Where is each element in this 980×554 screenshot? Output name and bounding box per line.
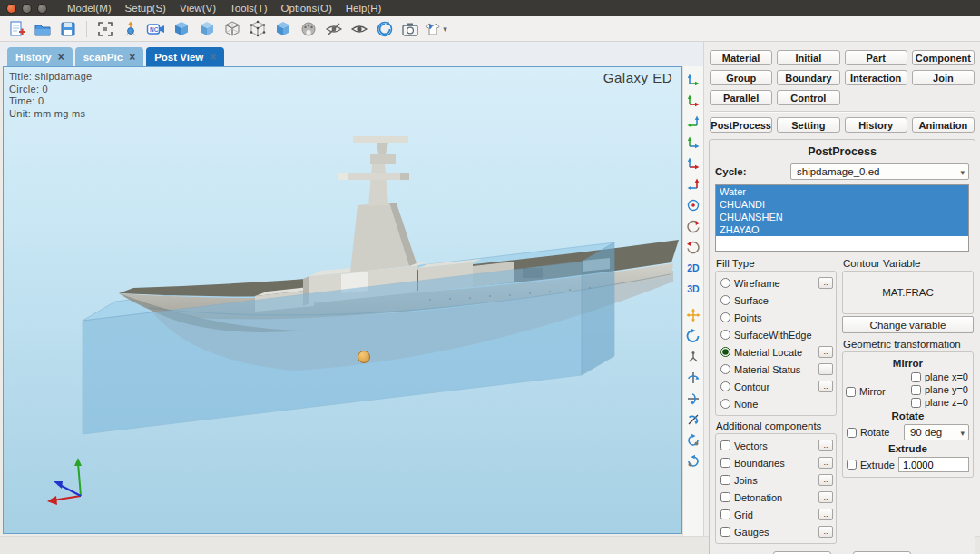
component-list[interactable]: Water CHUANDI CHUANSHEN ZHAYAO (715, 184, 969, 252)
save-icon[interactable] (56, 18, 80, 40)
view-axis-x-plus-icon[interactable] (684, 71, 702, 89)
cycle-select[interactable]: shipdamage_0.ed ▾ (790, 163, 969, 180)
pan-icon[interactable] (684, 306, 702, 324)
snapshot-icon[interactable] (398, 18, 422, 40)
cube-shaded-icon[interactable] (195, 18, 219, 40)
spin-cw-icon[interactable] (684, 431, 702, 450)
style-dropdown-caret[interactable]: ▾ (443, 25, 447, 34)
tab-close-icon[interactable]: × (210, 51, 216, 64)
axis-tripod-icon[interactable] (684, 348, 702, 366)
checkbox-plane-x0[interactable] (911, 372, 921, 382)
rotate-z-icon[interactable] (684, 411, 702, 429)
window-close-button[interactable] (6, 4, 16, 14)
orbit-view-icon[interactable] (684, 196, 702, 214)
control-button[interactable]: Control (777, 90, 839, 105)
rotate-ccw-icon[interactable] (684, 217, 702, 235)
view-axis-z-plus-icon[interactable] (684, 154, 702, 173)
list-item[interactable]: CHUANSHEN (716, 211, 968, 223)
fit-view-icon[interactable] (93, 18, 117, 40)
radio-points[interactable] (720, 312, 730, 322)
change-variable-button[interactable]: Change variable (842, 316, 974, 333)
rotate-free-icon[interactable] (684, 327, 702, 345)
detonation-more-button[interactable]: .. (818, 491, 833, 503)
locate-point-icon[interactable] (119, 18, 142, 40)
cube-solid-icon[interactable] (170, 18, 193, 40)
material-button[interactable]: Material (710, 50, 772, 65)
tab-close-icon[interactable]: × (129, 51, 135, 64)
rotate-cw-icon[interactable] (684, 238, 702, 256)
eye-off-icon[interactable] (322, 18, 346, 40)
menu-options[interactable]: Options(O) (281, 3, 332, 14)
checkbox-rotate[interactable] (847, 428, 857, 438)
cube-wireframe-icon[interactable] (220, 18, 244, 40)
palette-icon[interactable] (297, 18, 320, 40)
menu-view[interactable]: View(V) (180, 3, 216, 14)
radio-surface[interactable] (720, 295, 730, 305)
view-axis-z-minus-icon[interactable] (684, 175, 702, 193)
tab-close-icon[interactable]: × (58, 51, 64, 64)
style-icon[interactable]: ▾ (424, 18, 447, 40)
view-axis-x-minus-icon[interactable] (684, 92, 702, 110)
tab-scanpic[interactable]: scanPic × (75, 47, 144, 66)
open-folder-icon[interactable] (31, 18, 54, 40)
joins-more-button[interactable]: .. (818, 474, 833, 486)
list-item[interactable]: ZHAYAO (716, 223, 968, 236)
postprocess-button[interactable]: PostProcess (710, 117, 772, 133)
material-locate-more-button[interactable]: .. (818, 346, 833, 358)
part-button[interactable]: Part (845, 50, 907, 65)
join-button[interactable]: Join (912, 70, 975, 85)
checkbox-grid[interactable] (720, 509, 730, 519)
radio-surfacewithedge[interactable] (720, 330, 730, 340)
nc-view-icon[interactable]: NC (144, 18, 168, 40)
view-3d-button[interactable]: 3D (684, 280, 702, 298)
radio-material-locate[interactable] (720, 347, 730, 357)
group-button[interactable]: Group (710, 70, 772, 85)
menu-help[interactable]: Help(H) (346, 3, 382, 14)
ship-scene[interactable] (4, 67, 683, 535)
checkbox-boundaries[interactable] (720, 458, 730, 468)
list-item[interactable]: Water (716, 185, 968, 198)
new-document-icon[interactable] (5, 18, 29, 40)
contour-more-button[interactable]: .. (818, 381, 833, 392)
extrude-value-input[interactable] (898, 457, 969, 472)
tab-history[interactable]: History × (7, 47, 73, 66)
radio-material-status[interactable] (720, 364, 730, 374)
initial-button[interactable]: Initial (777, 50, 839, 65)
checkbox-plane-z0[interactable] (911, 398, 921, 408)
material-status-more-button[interactable]: .. (818, 363, 833, 375)
checkbox-extrude[interactable] (847, 460, 857, 470)
menu-setup[interactable]: Setup(S) (125, 3, 166, 14)
menu-tools[interactable]: Tools(T) (230, 3, 268, 14)
view-axis-y-plus-icon[interactable] (684, 113, 702, 131)
view-axis-y-minus-icon[interactable] (684, 134, 702, 152)
checkbox-vectors[interactable] (720, 440, 730, 450)
checkbox-plane-y0[interactable] (911, 385, 921, 395)
viewport-3d[interactable]: Title: shipdamage Circle: 0 Time: 0 Unit… (3, 66, 682, 534)
spin-ccw-icon[interactable] (684, 452, 702, 470)
grid-more-button[interactable]: .. (818, 509, 833, 520)
list-item[interactable]: CHUANDI (716, 198, 968, 211)
checkbox-mirror[interactable] (846, 387, 856, 397)
interaction-button[interactable]: Interaction (845, 70, 907, 85)
refresh-icon[interactable] (373, 18, 397, 40)
cube-blue-icon[interactable] (271, 18, 295, 40)
history-button[interactable]: History (845, 117, 907, 133)
menu-model[interactable]: Model(M) (67, 3, 112, 14)
vectors-more-button[interactable]: .. (818, 440, 833, 451)
view-2d-button[interactable]: 2D (684, 259, 702, 277)
checkbox-gauges[interactable] (720, 527, 730, 537)
checkbox-joins[interactable] (720, 475, 730, 485)
gauges-more-button[interactable]: .. (818, 526, 833, 538)
setting-button[interactable]: Setting (777, 117, 839, 133)
rotate-angle-select[interactable]: 90 deg ▾ (904, 424, 969, 440)
component-button[interactable]: Component (912, 50, 975, 65)
radio-none[interactable] (720, 399, 730, 409)
rotate-x-icon[interactable] (684, 369, 702, 387)
radio-contour[interactable] (720, 381, 730, 391)
animation-button[interactable]: Animation (912, 117, 975, 133)
cube-vertices-icon[interactable] (246, 18, 270, 40)
rotate-y-icon[interactable] (684, 390, 702, 408)
parallel-button[interactable]: Parallel (710, 90, 772, 105)
radio-wireframe[interactable] (720, 278, 730, 288)
tab-post-view[interactable]: Post View × (146, 47, 224, 66)
